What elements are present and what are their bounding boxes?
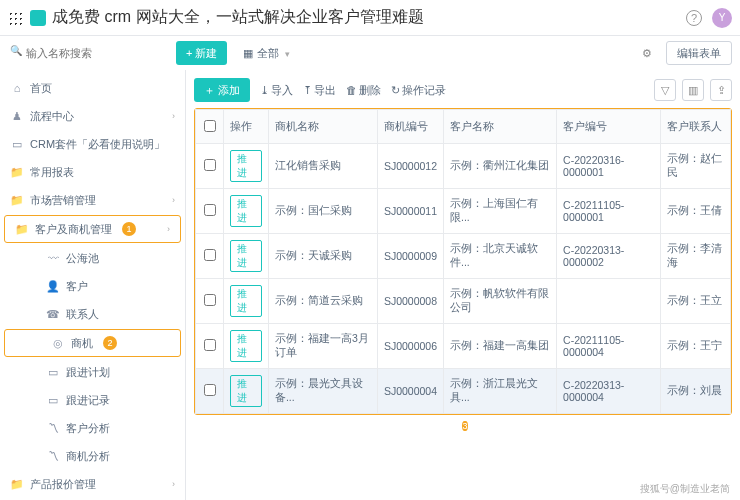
cell-contact: 示例：王倩 [661, 189, 731, 234]
table-row[interactable]: 推进示例：简道云采购SJ0000008示例：帆软软件有限公司示例：王立 [196, 279, 731, 324]
sidebar-item-4[interactable]: 📁市场营销管理› [0, 186, 185, 214]
sidebar-icon: 〰 [46, 252, 60, 264]
select-all-checkbox[interactable] [204, 120, 216, 132]
column-header[interactable]: 客户联系人 [661, 110, 731, 144]
import-button[interactable]: ⤓导入 [260, 83, 293, 98]
cell-name: 江化销售采购 [268, 144, 377, 189]
cell-contact: 示例：李清海 [661, 234, 731, 279]
push-button[interactable]: 推进 [230, 330, 262, 362]
sidebar-item-1[interactable]: ♟流程中心› [0, 102, 185, 130]
cell-code: SJ0000006 [377, 324, 443, 369]
push-button[interactable]: 推进 [230, 150, 262, 182]
cell-contact: 示例：王立 [661, 279, 731, 324]
column-header[interactable]: 操作 [224, 110, 269, 144]
table-row[interactable]: 推进示例：天诚采购SJ0000009示例：北京天诚软件...C-20220313… [196, 234, 731, 279]
watermark: 搜狐号@制造业老简 [640, 482, 730, 496]
sidebar-item-11[interactable]: ▭跟进记录 [0, 386, 185, 414]
cell-cust: 示例：浙江晨光文具... [444, 369, 557, 414]
column-header[interactable]: 客户名称 [444, 110, 557, 144]
sidebar-icon: 📁 [10, 194, 24, 207]
sidebar-icon: ☎ [46, 308, 60, 321]
sidebar-item-10[interactable]: ▭跟进计划 [0, 358, 185, 386]
cell-cust: 示例：北京天诚软件... [444, 234, 557, 279]
row-checkbox[interactable] [204, 159, 216, 171]
push-button[interactable]: 推进 [230, 195, 262, 227]
chart-icon[interactable]: ▥ [682, 79, 704, 101]
row-checkbox[interactable] [204, 384, 216, 396]
avatar[interactable]: Y [712, 8, 732, 28]
new-button[interactable]: + 新建 [176, 41, 227, 65]
delete-button[interactable]: 🗑删除 [346, 83, 381, 98]
edit-form-button[interactable]: 编辑表单 [666, 41, 732, 65]
cell-ccode: C-20220316-0000001 [557, 144, 661, 189]
sidebar-item-8[interactable]: ☎联系人 [0, 300, 185, 328]
sidebar-icon: ▭ [46, 394, 60, 407]
sidebar-item-0[interactable]: ⌂首页 [0, 74, 185, 102]
sidebar-icon: ⌂ [10, 82, 24, 94]
cell-code: SJ0000004 [377, 369, 443, 414]
sidebar-icon: 📁 [15, 223, 29, 236]
table-row[interactable]: 推进示例：福建一高3月订单SJ0000006示例：福建一高集团C-2021110… [196, 324, 731, 369]
help-icon[interactable]: ? [686, 10, 702, 26]
cell-ccode: C-20211105-0000004 [557, 324, 661, 369]
chevron-down-icon [283, 47, 290, 59]
sidebar-item-label: 商机 [71, 336, 93, 351]
chevron-icon: › [172, 479, 175, 489]
search-input[interactable] [8, 42, 168, 64]
sidebar-item-label: 首页 [30, 81, 52, 96]
cell-ccode [557, 279, 661, 324]
row-checkbox[interactable] [204, 294, 216, 306]
export-icon: ⤒ [303, 84, 312, 97]
cell-name: 示例：国仁采购 [268, 189, 377, 234]
row-checkbox[interactable] [204, 204, 216, 216]
sidebar-icon: ♟ [10, 110, 24, 123]
filter-icon[interactable]: ▽ [654, 79, 676, 101]
sidebar-item-label: 流程中心 [30, 109, 74, 124]
add-button[interactable]: ＋添加 [194, 78, 250, 102]
sidebar-item-3[interactable]: 📁常用报表 [0, 158, 185, 186]
sidebar-icon: 📁 [10, 478, 24, 491]
annotation-badge-3: 3 [462, 421, 467, 431]
share-icon[interactable]: ⇪ [710, 79, 732, 101]
apps-icon[interactable] [8, 11, 22, 25]
cell-name: 示例：晨光文具设备... [268, 369, 377, 414]
annotation-badge: 1 [122, 222, 136, 236]
sidebar-item-2[interactable]: ▭CRM套件「必看使用说明」 [0, 130, 185, 158]
sidebar-item-13[interactable]: 〽商机分析 [0, 442, 185, 470]
sidebar-item-label: 公海池 [66, 251, 99, 266]
grid-icon: ▦ [243, 47, 253, 60]
sidebar-item-14[interactable]: 📁产品报价管理› [0, 470, 185, 498]
sidebar-item-12[interactable]: 〽客户分析 [0, 414, 185, 442]
sidebar-item-5[interactable]: 📁客户及商机管理1› [4, 215, 181, 243]
sidebar: ⌂首页♟流程中心›▭CRM套件「必看使用说明」📁常用报表📁市场营销管理›📁客户及… [0, 70, 186, 500]
push-button[interactable]: 推进 [230, 375, 262, 407]
sidebar-item-label: 客户分析 [66, 421, 110, 436]
push-button[interactable]: 推进 [230, 285, 262, 317]
push-button[interactable]: 推进 [230, 240, 262, 272]
cell-code: SJ0000012 [377, 144, 443, 189]
sidebar-item-7[interactable]: 👤客户 [0, 272, 185, 300]
row-checkbox[interactable] [204, 249, 216, 261]
chevron-icon: › [167, 224, 170, 234]
export-button[interactable]: ⤒导出 [303, 83, 336, 98]
column-header[interactable]: 商机名称 [268, 110, 377, 144]
view-selector[interactable]: ▦ 全部 [243, 46, 290, 61]
oplog-button[interactable]: ↻操作记录 [391, 83, 446, 98]
cell-code: SJ0000009 [377, 234, 443, 279]
table-row[interactable]: 推进江化销售采购SJ0000012示例：衢州江化集团C-20220316-000… [196, 144, 731, 189]
sidebar-icon: 📁 [10, 166, 24, 179]
table-row[interactable]: 推进示例：晨光文具设备...SJ0000004示例：浙江晨光文具...C-202… [196, 369, 731, 414]
cell-name: 示例：福建一高3月订单 [268, 324, 377, 369]
column-header[interactable]: 商机编号 [377, 110, 443, 144]
sidebar-item-9[interactable]: ◎商机2 [4, 329, 181, 357]
sidebar-item-label: 跟进记录 [66, 393, 110, 408]
row-checkbox[interactable] [204, 339, 216, 351]
logo-icon [30, 10, 46, 26]
cell-ccode: C-20220313-0000004 [557, 369, 661, 414]
column-header[interactable]: 客户编号 [557, 110, 661, 144]
page-headline: 成免费 crm 网站大全，一站式解决企业客户管理难题 [52, 7, 686, 28]
table-row[interactable]: 推进示例：国仁采购SJ0000011示例：上海国仁有限...C-20211105… [196, 189, 731, 234]
gear-icon[interactable]: ⚙ [636, 42, 658, 64]
cell-contact: 示例：赵仁民 [661, 144, 731, 189]
sidebar-item-6[interactable]: 〰公海池 [0, 244, 185, 272]
